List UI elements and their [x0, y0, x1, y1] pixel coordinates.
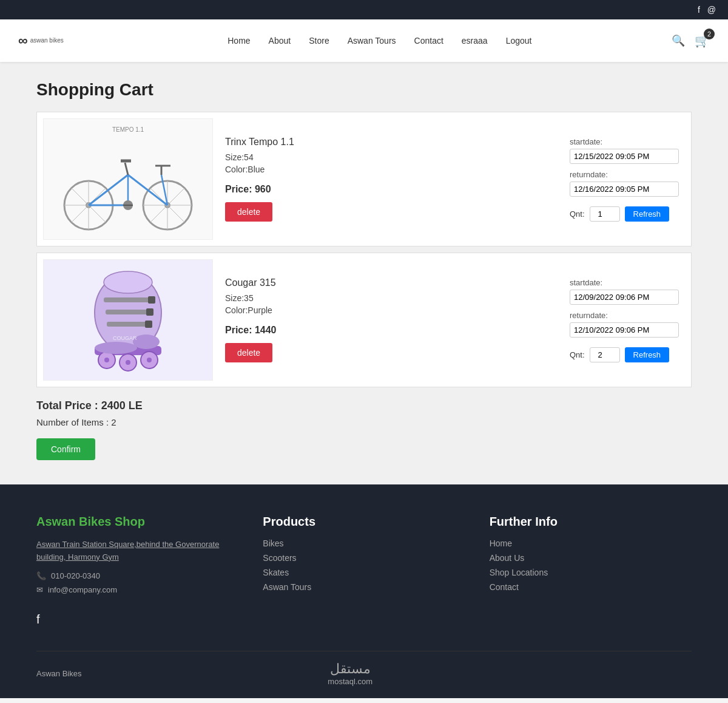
footer-bottom-text: Aswan Bikes [36, 669, 81, 678]
instagram-icon[interactable]: @ [707, 5, 716, 15]
svg-line-19 [125, 163, 128, 175]
logo-text: aswan bikes [30, 37, 64, 44]
product-image-2: COUGAR [43, 259, 213, 381]
logo-symbol: ∞ [18, 33, 27, 49]
returndate-input-1[interactable] [570, 182, 679, 197]
svg-rect-28 [148, 296, 155, 304]
totals-section: Total Price : 2400 LE Number of Items : … [36, 399, 692, 460]
footer-email-row: ✉ info@company.com [36, 585, 238, 594]
footer-link-aswan-tours[interactable]: Aswan Tours [263, 582, 465, 592]
cart-item-right-2: startdate: returndate: Qnt: Refresh [564, 272, 685, 368]
returndate-input-2[interactable] [570, 322, 679, 338]
svg-rect-29 [146, 308, 153, 316]
num-items: Number of Items : 2 [36, 417, 692, 427]
startdate-input-2[interactable] [570, 290, 679, 305]
watermark-arabic: مستقل [328, 661, 372, 677]
svg-rect-27 [107, 322, 149, 327]
svg-rect-25 [104, 297, 152, 302]
item-name-1: Trinx Tempo 1.1 [225, 137, 551, 148]
svg-point-39 [133, 335, 160, 349]
nav-contact[interactable]: Contact [414, 36, 443, 46]
svg-rect-26 [106, 310, 150, 314]
nav-about[interactable]: About [269, 36, 291, 46]
qnt-input-1[interactable] [590, 206, 620, 222]
svg-point-24 [104, 271, 152, 293]
phone-icon: 📞 [36, 571, 46, 580]
svg-text:COUGAR: COUGAR [113, 335, 137, 341]
svg-point-38 [95, 342, 137, 354]
footer-link-scooters[interactable]: Scooters [263, 553, 465, 563]
cart-item-right-1: startdate: returndate: Qnt: Refresh [564, 131, 685, 228]
item-size-2: Size:35 [225, 293, 551, 303]
footer-products-links: Bikes Scooters Skates Aswan Tours [263, 538, 465, 592]
delete-button-1[interactable]: delete [225, 202, 272, 222]
footer-brand-title: Aswan Bikes Shop [36, 515, 238, 529]
svg-point-36 [126, 360, 130, 365]
image-label-1: TEMPO 1.1 [112, 126, 144, 133]
nav-home[interactable]: Home [228, 36, 250, 46]
nav-logout[interactable]: Logout [506, 36, 532, 46]
item-color-2: Color:Purple [225, 305, 551, 315]
startdate-input-1[interactable] [570, 149, 679, 164]
footer-link-skates[interactable]: Skates [263, 568, 465, 577]
refresh-button-2[interactable]: Refresh [625, 347, 670, 362]
footer-grid: Aswan Bikes Shop Aswan Train Station Squ… [36, 515, 692, 627]
footer-phone-row: 📞 010-020-0340 [36, 571, 238, 580]
footer-link-bikes[interactable]: Bikes [263, 538, 465, 548]
top-bar: f @ [0, 0, 728, 19]
skate-svg: COUGAR [58, 264, 198, 376]
footer: Aswan Bikes Shop Aswan Train Station Squ… [0, 484, 728, 698]
cart-item-2: COUGAR Cougar 315 Size:35 Color:Purple P… [36, 253, 692, 387]
svg-rect-30 [145, 321, 152, 328]
product-image-1: TEMPO 1.1 [43, 118, 213, 240]
footer-phone: 010-020-0340 [51, 571, 100, 580]
cart-wrapper[interactable]: 🛒 2 [695, 33, 710, 48]
qnt-label-1: Qnt: [570, 209, 585, 219]
footer-col-further: Further Info Home About Us Shop Location… [490, 515, 692, 627]
footer-facebook[interactable]: f [36, 613, 238, 627]
footer-link-about-us[interactable]: About Us [490, 553, 692, 563]
footer-further-links: Home About Us Shop Locations Contact [490, 538, 692, 592]
navbar: ∞ aswan bikes Home About Store Aswan Tou… [0, 19, 728, 62]
qnt-input-2[interactable] [590, 347, 620, 362]
confirm-button[interactable]: Confirm [36, 438, 95, 460]
search-icon[interactable]: 🔍 [672, 34, 685, 47]
logo[interactable]: ∞ aswan bikes [18, 33, 64, 49]
facebook-icon[interactable]: f [698, 5, 700, 15]
nav-store[interactable]: Store [309, 36, 329, 46]
total-price: Total Price : 2400 LE [36, 399, 692, 412]
item-price-1: Price: 960 [225, 184, 551, 195]
qnt-label-2: Qnt: [570, 350, 585, 359]
returndate-label-2: returndate: [570, 311, 679, 320]
cart-item-details-2: Cougar 315 Size:35 Color:Purple Price: 1… [213, 271, 564, 368]
nav-links: Home About Store Aswan Tours Contact esr… [88, 36, 672, 46]
item-size-1: Size:54 [225, 152, 551, 162]
footer-further-title: Further Info [490, 515, 692, 529]
nav-esraaa[interactable]: esraaa [462, 36, 488, 46]
nav-aswan-tours[interactable]: Aswan Tours [348, 36, 396, 46]
item-color-1: Color:Blue [225, 165, 551, 174]
watermark-url: mostaql.com [328, 677, 372, 686]
bike-svg [55, 135, 201, 233]
svg-point-37 [147, 358, 152, 362]
footer-link-shop-locations[interactable]: Shop Locations [490, 568, 692, 577]
navbar-actions: 🔍 🛒 2 [672, 33, 710, 48]
item-price-2: Price: 1440 [225, 325, 551, 336]
main-content: Shopping Cart TEMPO 1.1 [0, 62, 728, 484]
footer-link-home[interactable]: Home [490, 538, 692, 548]
cart-badge: 2 [704, 29, 715, 39]
cart-item: TEMPO 1.1 [36, 112, 692, 246]
returndate-label-1: returndate: [570, 170, 679, 179]
footer-col-products: Products Bikes Scooters Skates Aswan Tou… [263, 515, 465, 627]
refresh-button-1[interactable]: Refresh [625, 206, 670, 222]
delete-button-2[interactable]: delete [225, 343, 272, 362]
footer-watermark: مستقل mostaql.com [328, 661, 372, 686]
svg-line-12 [89, 175, 128, 205]
cart-item-details-1: Trinx Tempo 1.1 Size:54 Color:Blue Price… [213, 131, 564, 228]
footer-email: info@company.com [48, 585, 117, 594]
svg-point-35 [104, 358, 109, 362]
footer-address[interactable]: Aswan Train Station Square,behind the Go… [36, 538, 238, 564]
item-name-2: Cougar 315 [225, 277, 551, 288]
footer-link-contact[interactable]: Contact [490, 582, 692, 592]
startdate-label-2: startdate: [570, 278, 679, 287]
